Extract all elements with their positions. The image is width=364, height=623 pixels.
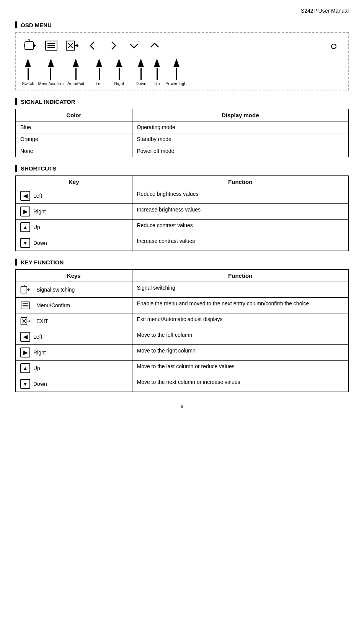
table-row: ◀ Left Reduce brightness values <box>16 188 349 204</box>
table-row: ▶ Right Move to the right column <box>16 345 349 361</box>
table-row: ▲ Up Reduce contrast values <box>16 220 349 235</box>
kf-right-icon: ▶ <box>20 348 30 357</box>
kf-key-up: ▲ Up <box>16 361 132 376</box>
down-nav-icon <box>127 39 141 54</box>
osd-arrows-row: Switch Menu/confirm Auto/Exit Left <box>20 59 340 86</box>
kf-key-right: ▶ Right <box>16 345 132 361</box>
page-number: 9 <box>15 403 349 409</box>
table-row: EXIT Exit menu/Automatic adjust displays <box>16 313 349 329</box>
kf-switch-icon <box>20 285 30 295</box>
label-auto: Auto/Exit <box>67 81 84 86</box>
exit-icon <box>65 39 79 54</box>
osd-diagram: Switch Menu/confirm Auto/Exit Left <box>15 32 349 90</box>
label-down: Down <box>135 81 146 86</box>
table-row: Orange Standby mode <box>16 133 349 145</box>
right-key-icon: ▶ <box>20 207 30 216</box>
table-row: ◀ Left Move to the left column <box>16 329 349 345</box>
kf-key-down: ▼ Down <box>16 376 132 392</box>
shortcut-label-up: Up <box>33 224 40 230</box>
page-number-text: 9 <box>181 403 183 409</box>
arrow-switch: Switch <box>22 59 34 86</box>
arrow-left: Left <box>96 59 103 86</box>
signal-col-color: Color <box>16 109 132 121</box>
arrow-auto: Auto/Exit <box>67 59 84 86</box>
osd-heading-text: OSD MENU <box>21 22 52 28</box>
label-right: Right <box>114 81 124 86</box>
kf-func-down: Move to the next column or increase valu… <box>132 376 349 392</box>
shortcut-key-down: ▼ Down <box>16 235 132 251</box>
kf-label-switch: Signal switching <box>36 287 75 293</box>
label-switch: Switch <box>22 81 34 86</box>
section-bar-3 <box>15 165 17 172</box>
kf-func-menu: Enable the menu and moved to the next en… <box>132 298 349 313</box>
label-left: Left <box>96 81 103 86</box>
shortcuts-table: Key Function ◀ Left Reduce brightness va… <box>15 175 349 251</box>
svg-rect-0 <box>25 42 33 49</box>
section-bar-2 <box>15 98 17 105</box>
section-bar <box>15 21 17 28</box>
kf-exit-icon <box>20 316 30 326</box>
kf-func-switch: Signal switching <box>132 282 349 298</box>
osd-section-heading: OSD MENU <box>15 21 349 28</box>
signal-heading-text: SIGNAL INDICATOR <box>21 98 75 105</box>
kf-key-menu: Menu/Confirm <box>16 298 132 313</box>
switch-icon <box>24 39 38 54</box>
kf-func-exit: Exit menu/Automatic adjust displays <box>132 313 349 329</box>
label-up: Up <box>154 81 160 86</box>
kf-label-menu: Menu/Confirm <box>36 302 70 308</box>
shortcut-func-left: Reduce brightness values <box>132 188 349 204</box>
kf-left-icon: ◀ <box>20 332 30 342</box>
shortcuts-col-key: Key <box>16 176 132 188</box>
arrow-up-btn: Up <box>154 59 160 86</box>
key-function-heading-text: KEY FUNCTION <box>21 259 64 266</box>
table-row: Blue Operating mode <box>16 121 349 133</box>
arrow-down: Down <box>135 59 146 86</box>
down-key-icon: ▼ <box>20 238 30 248</box>
menu-icon <box>44 39 58 54</box>
kf-func-left: Move to the left column <box>132 329 349 345</box>
shortcuts-heading-text: SHORTCUTS <box>21 165 56 172</box>
signal-mode-3: Power off mode <box>132 145 349 157</box>
shortcut-key-right: ▶ Right <box>16 204 132 220</box>
right-nav-icon <box>106 39 120 54</box>
kf-down-icon: ▼ <box>20 379 30 389</box>
kf-col-function: Function <box>132 270 349 282</box>
signal-color-2: Orange <box>16 133 132 145</box>
kf-func-up: Move to the last column or reduce values <box>132 361 349 376</box>
shortcut-key-left: ◀ Left <box>16 188 132 204</box>
table-row: ▼ Down Move to the next column or increa… <box>16 376 349 392</box>
svg-rect-11 <box>21 286 27 293</box>
up-key-icon: ▲ <box>20 222 30 232</box>
key-function-table: Keys Function Signal switching <box>15 269 349 392</box>
kf-col-keys: Keys <box>16 270 132 282</box>
signal-indicator-heading: SIGNAL INDICATOR <box>15 98 349 105</box>
kf-menu-icon <box>20 300 30 310</box>
table-row: ▶ Right Increase brightness values <box>16 204 349 220</box>
section-bar-4 <box>15 259 17 266</box>
kf-up-icon: ▲ <box>20 363 30 373</box>
shortcut-label-right: Right <box>33 208 46 215</box>
signal-color-1: Blue <box>16 121 132 133</box>
table-row: ▼ Down Increase contrast values <box>16 235 349 251</box>
shortcut-func-right: Increase brightness values <box>132 204 349 220</box>
left-nav-icon <box>86 39 100 54</box>
manual-title: S242P User Manual <box>301 8 349 14</box>
shortcuts-heading: SHORTCUTS <box>15 165 349 172</box>
page-header: S242P User Manual <box>15 8 349 14</box>
kf-header-row: Keys Function <box>16 270 349 282</box>
signal-table-header-row: Color Display mode <box>16 109 349 121</box>
kf-key-switch: Signal switching <box>16 282 132 298</box>
signal-mode-2: Standby mode <box>132 133 349 145</box>
kf-label-up: Up <box>33 365 40 371</box>
table-row: Signal switching Signal switching <box>16 282 349 298</box>
shortcuts-col-function: Function <box>132 176 349 188</box>
table-row: None Power off mode <box>16 145 349 157</box>
signal-col-mode: Display mode <box>132 109 349 121</box>
signal-color-3: None <box>16 145 132 157</box>
shortcuts-header-row: Key Function <box>16 176 349 188</box>
label-menu: Menu/confirm <box>38 81 64 86</box>
shortcut-func-up: Reduce contrast values <box>132 220 349 235</box>
shortcut-label-left: Left <box>33 193 42 199</box>
signal-indicator-table: Color Display mode Blue Operating mode O… <box>15 109 349 157</box>
arrow-right: Right <box>114 59 124 86</box>
